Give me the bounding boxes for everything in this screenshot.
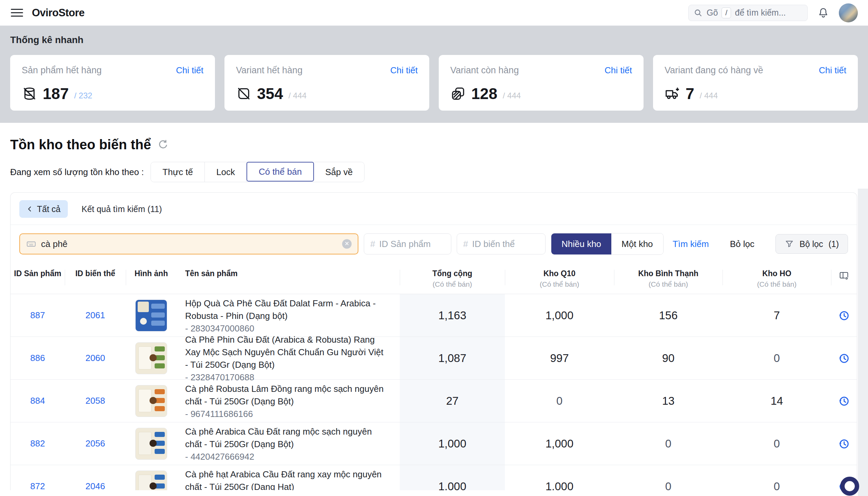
global-search-input[interactable]: Gõ / để tìm kiếm... (688, 5, 808, 21)
clear-search-icon[interactable]: ✕ (342, 239, 352, 249)
product-name: Cà phê Robusta Lâm Đồng rang mộc sạch ng… (185, 383, 386, 408)
column-header-product-id[interactable]: ID Sản phẩm (11, 269, 65, 278)
kho-ho-quantity: 7 (774, 309, 780, 322)
history-icon[interactable] (838, 438, 850, 450)
product-id-link[interactable]: 882 (30, 438, 45, 449)
product-barcode: - 4420427666942 (185, 452, 254, 462)
product-name: Cà phê Arabica Cầu Đất rang mộc sạch ngu… (185, 425, 386, 451)
stat-card-out-of-stock-products: Sản phẩm hết hàng Chi tiết 187 / 232 (10, 55, 215, 111)
keyboard-icon (26, 239, 36, 249)
kho-ho-quantity: 0 (774, 352, 780, 365)
kho-q10-quantity: 1,000 (546, 437, 574, 450)
kho-binh-thanh-quantity: 13 (662, 394, 675, 407)
column-header-kho-ho[interactable]: Kho HO(Có thể bán) (723, 269, 831, 289)
filter-row: cà phê ✕ # ID Sản phẩm # ID biến thể Nhi… (11, 225, 857, 263)
detail-link[interactable]: Chi tiết (605, 65, 632, 76)
table-row: 882 2056 Cà phê Arabica Cầu Đất rang mộc… (11, 422, 857, 465)
page-title: Tồn kho theo biến thể (10, 137, 151, 152)
refresh-icon[interactable] (157, 139, 169, 151)
stack-icon (450, 86, 466, 102)
table-header: ID Sản phẩm ID biến thể Hình ảnh Tên sản… (11, 263, 857, 294)
detail-link[interactable]: Chi tiết (819, 65, 846, 76)
kho-q10-quantity: 1,000 (546, 309, 574, 322)
truck-icon (664, 86, 680, 102)
product-name: Cà phê hạt Arabica Cầu Đất rang xay mộc … (185, 468, 386, 491)
tab-search-results[interactable]: Kết quả tìm kiếm (11) (81, 204, 162, 214)
kho-binh-thanh-quantity: 0 (665, 437, 671, 450)
table-row: 872 2046 Cà phê hạt Arabica Cầu Đất rang… (11, 465, 857, 490)
column-header-kho-q10[interactable]: Kho Q10(Có thể bán) (505, 269, 614, 289)
history-icon[interactable] (838, 395, 850, 407)
filter-button[interactable]: Bộ lọc (1) (775, 234, 848, 254)
product-id-link[interactable]: 872 (30, 481, 45, 490)
variant-id-link[interactable]: 2060 (85, 353, 105, 363)
quick-stats-section: Thống kê nhanh Sản phẩm hết hàng Chi tiế… (0, 26, 868, 123)
kho-ho-quantity: 0 (774, 480, 780, 491)
inventory-panel: Tất cả Kết quả tìm kiếm (11) cà phê ✕ # … (10, 192, 857, 490)
stat-card-in-stock-variants: Variant còn hàng Chi tiết 128 / 444 (439, 55, 644, 111)
floating-widget[interactable] (840, 477, 859, 496)
menu-icon[interactable] (10, 7, 24, 18)
variant-id-link[interactable]: 2046 (85, 481, 105, 490)
quick-stats-title: Thống kê nhanh (10, 35, 858, 45)
product-id-input[interactable]: # ID Sản phẩm (364, 233, 451, 254)
view-option-1[interactable]: Lock (205, 162, 247, 182)
kho-q10-quantity: 0 (557, 394, 563, 407)
view-mode-segmented-control: Thực tếLockCó thể bánSắp về (150, 162, 365, 182)
product-image[interactable] (135, 299, 167, 331)
variant-id-link[interactable]: 2061 (85, 310, 105, 321)
box-off-icon (236, 86, 252, 102)
detail-link[interactable]: Chi tiết (176, 65, 204, 76)
total-quantity: 1,000 (438, 480, 467, 491)
product-id-link[interactable]: 886 (30, 353, 45, 363)
warehouse-toggle-option-1[interactable]: Một kho (611, 233, 663, 254)
tabs-row: Tất cả Kết quả tìm kiếm (11) (11, 193, 857, 225)
total-quantity: 1,163 (438, 309, 467, 322)
table-row: 887 2061 Hộp Quà Cà Phê Cầu Đất Dalat Fa… (11, 294, 857, 337)
column-header-kho-binh-thanh[interactable]: Kho Bình Thạnh(Có thể bán) (614, 269, 723, 289)
product-barcode: - 9674111686166 (185, 409, 253, 419)
column-header-product-name[interactable]: Tên sản phẩm (177, 269, 400, 278)
scrollbar-gutter[interactable] (858, 189, 868, 496)
product-image[interactable] (135, 428, 167, 460)
kho-binh-thanh-quantity: 156 (659, 309, 677, 322)
kho-ho-quantity: 0 (774, 437, 780, 450)
view-option-0[interactable]: Thực tế (151, 162, 205, 182)
column-header-image: Hình ảnh (126, 269, 177, 278)
product-image[interactable] (135, 342, 167, 374)
view-option-3[interactable]: Sắp về (314, 162, 364, 182)
detail-link[interactable]: Chi tiết (390, 65, 418, 76)
history-icon[interactable] (838, 309, 850, 322)
search-placeholder-suffix: để tìm kiếm... (735, 8, 786, 18)
tab-all[interactable]: Tất cả (19, 200, 68, 218)
variant-id-link[interactable]: 2058 (85, 396, 105, 406)
variant-id-link[interactable]: 2056 (85, 438, 105, 449)
product-image[interactable] (135, 470, 167, 491)
brand-logo: OviroStore (32, 7, 84, 19)
product-id-link[interactable]: 887 (30, 310, 45, 321)
history-icon[interactable] (838, 352, 850, 365)
column-header-total[interactable]: Tổng cộng(Có thể bán) (400, 269, 505, 289)
search-icon (693, 8, 703, 18)
warehouse-toggle-option-0[interactable]: Nhiều kho (551, 233, 611, 254)
table-body: 887 2061 Hộp Quà Cà Phê Cầu Đất Dalat Fa… (11, 294, 857, 490)
product-id-link[interactable]: 884 (30, 396, 45, 406)
funnel-icon (785, 239, 794, 249)
search-link[interactable]: Tìm kiếm (673, 239, 709, 249)
stat-card-incoming-variants: Variant đang có hàng về Chi tiết 7 / 444 (653, 55, 858, 111)
product-name: Hộp Quà Cà Phê Cầu Đất Dalat Farm - Arab… (185, 297, 386, 322)
column-settings-icon[interactable] (831, 269, 857, 281)
top-navbar: OviroStore Gõ / để tìm kiếm... (0, 0, 868, 26)
product-image[interactable] (135, 385, 167, 417)
hash-icon: # (370, 239, 375, 249)
notifications-bell-icon[interactable] (817, 7, 829, 19)
product-search-input[interactable]: cà phê ✕ (19, 233, 358, 254)
view-option-2[interactable]: Có thể bán (246, 162, 314, 182)
inventory-section-header: Tồn kho theo biến thể Đang xem số lượng … (0, 123, 868, 182)
kho-ho-quantity: 14 (771, 394, 783, 407)
clear-filter-link[interactable]: Bỏ lọc (730, 239, 754, 249)
product-name: Cà Phê Phin Cầu Đất (Arabica & Robusta) … (185, 334, 386, 371)
user-avatar[interactable] (839, 3, 858, 22)
column-header-variant-id[interactable]: ID biến thể (65, 269, 126, 278)
variant-id-input[interactable]: # ID biến thể (457, 233, 546, 254)
